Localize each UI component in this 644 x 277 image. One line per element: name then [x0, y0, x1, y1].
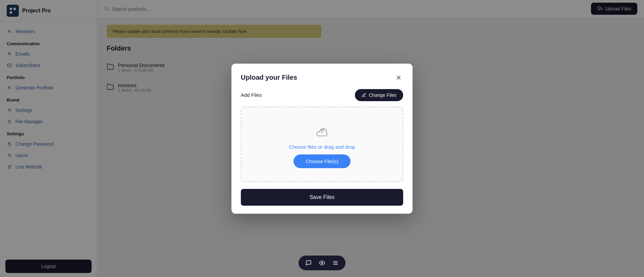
modal-close-button[interactable]: ✕: [394, 73, 403, 82]
svg-point-25: [321, 262, 323, 264]
upload-modal: Upload your Files ✕ Add Files Change Fil…: [231, 64, 413, 214]
upload-cloud-icon: [313, 121, 331, 139]
save-files-button[interactable]: Save Files: [241, 189, 403, 206]
modal-header: Upload your Files ✕: [241, 73, 403, 82]
modal-add-row: Add Files Change Files: [241, 89, 403, 101]
eye-icon[interactable]: [317, 258, 327, 268]
change-files-button[interactable]: Change Files: [355, 89, 404, 101]
choose-files-button[interactable]: Choose File(s): [293, 154, 351, 168]
chat-icon[interactable]: [304, 258, 313, 268]
dropzone-text: Choose files or drag and drop: [289, 144, 355, 150]
menu-icon[interactable]: [331, 258, 340, 268]
modal-overlay[interactable]: Upload your Files ✕ Add Files Change Fil…: [0, 0, 644, 277]
bottom-bar: [299, 256, 345, 270]
dropzone[interactable]: Choose files or drag and drop Choose Fil…: [241, 107, 403, 182]
add-files-label: Add Files: [241, 92, 262, 98]
modal-title: Upload your Files: [241, 74, 297, 81]
